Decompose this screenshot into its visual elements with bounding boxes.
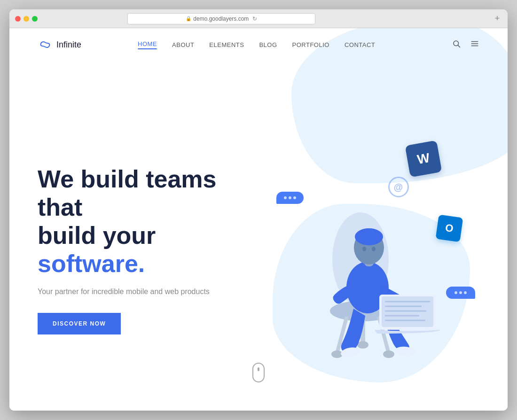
scroll-indicator [252, 363, 265, 382]
hero-text: We build teams that build your software.… [38, 156, 258, 334]
chat-dot-6 [464, 291, 467, 294]
svg-point-12 [383, 350, 394, 358]
svg-point-10 [331, 350, 343, 358]
hero-heading: We build teams that build your software. [38, 165, 258, 278]
nav-right-actions [452, 39, 479, 50]
address-bar[interactable]: 🔒 demo.goodlayers.com ↻ [127, 13, 315, 24]
nav-elements[interactable]: ELEMENTS [209, 41, 244, 48]
browser-window: 🔒 demo.goodlayers.com ↻ + Infinite HOME … [9, 9, 508, 411]
hero-subtext: Your partner for incredible mobile and w… [38, 288, 258, 296]
browser-chrome: 🔒 demo.goodlayers.com ↻ + [9, 9, 508, 28]
minimize-button[interactable] [24, 16, 29, 22]
hero-heading-line2: build your [38, 222, 156, 249]
close-button[interactable] [15, 16, 21, 22]
hero-illustration: W O @ [258, 123, 479, 367]
nav-blog[interactable]: BLOG [259, 41, 277, 48]
scroll-mouse [252, 363, 265, 382]
menu-icon[interactable] [470, 39, 479, 50]
chat-dot-5 [459, 291, 462, 294]
hero-heading-highlight: software. [38, 250, 145, 277]
nav-contact[interactable]: CONTACT [345, 41, 375, 48]
scroll-dot [258, 367, 259, 371]
svg-line-1 [458, 45, 460, 47]
maximize-button[interactable] [32, 16, 38, 22]
search-icon[interactable] [452, 39, 461, 50]
svg-point-11 [357, 341, 368, 349]
hero-section: We build teams that build your software.… [9, 61, 508, 411]
nav-about[interactable]: ABOUT [172, 41, 194, 48]
nav-links: HOME ABOUT ELEMENTS BLOG PORTFOLIO CONTA… [138, 40, 375, 49]
svg-point-21 [372, 247, 376, 251]
logo-link[interactable]: Infinite [38, 39, 81, 50]
new-tab-button[interactable]: + [493, 14, 502, 23]
refresh-icon[interactable]: ↻ [252, 16, 257, 22]
nav-home[interactable]: HOME [138, 40, 157, 49]
page-content: Infinite HOME ABOUT ELEMENTS BLOG PORTFO… [9, 28, 508, 411]
url-text: demo.goodlayers.com [193, 16, 249, 22]
svg-point-20 [362, 247, 366, 251]
svg-point-19 [359, 228, 379, 241]
nav-portfolio[interactable]: PORTFOLIO [292, 41, 329, 48]
logo-icon [38, 39, 53, 50]
person-illustration [281, 156, 459, 363]
discover-now-button[interactable]: DISCOVER NOW [38, 313, 121, 334]
hero-heading-line1: We build teams that [38, 165, 216, 221]
navbar: Infinite HOME ABOUT ELEMENTS BLOG PORTFO… [9, 28, 508, 61]
lock-icon: 🔒 [186, 16, 191, 21]
logo-text: Infinite [56, 40, 81, 50]
